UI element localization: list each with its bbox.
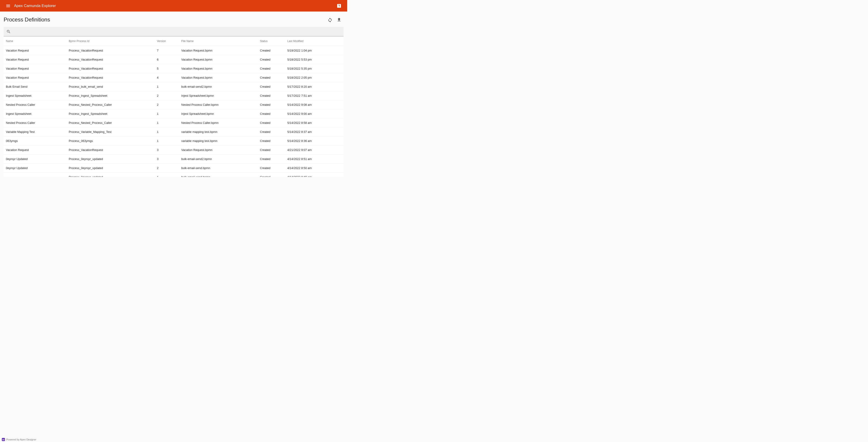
table-scroll[interactable]: Name Bpmn Process Id Version File Name S… xyxy=(4,36,344,177)
page-content: Process Definitions Name Bpmn Process Id xyxy=(0,11,347,177)
cell-status: Created xyxy=(258,55,285,64)
cell-version: 1 xyxy=(155,136,180,146)
cell-status: Created xyxy=(258,164,285,172)
cell-status: Created xyxy=(258,82,285,91)
table-row[interactable]: Ingest SpreadsheetProcess_Ingest_Spreads… xyxy=(4,91,344,100)
cell-name: Bulk Email Send xyxy=(4,82,67,91)
cell-bpmn_process_id: Process_Ingest_Spreadsheet xyxy=(67,91,155,100)
cell-status: Created xyxy=(258,118,285,127)
table-row[interactable]: Variable Mapping TestProcess_Variable_Ma… xyxy=(4,127,344,136)
upload-button[interactable] xyxy=(335,15,344,24)
cell-status: Created xyxy=(258,155,285,164)
page-title: Process Definitions xyxy=(4,17,50,23)
cell-name: Vacation Request xyxy=(4,55,67,64)
cell-bpmn_process_id: Process_VacationRequest xyxy=(67,73,155,82)
table-row[interactable]: Bulk Email SendProcess_bulk_email_send1b… xyxy=(4,82,344,91)
cell-version: 4 xyxy=(155,73,180,82)
cell-file_name: Vacation Request.bpmn xyxy=(180,73,258,82)
page-header: Process Definitions xyxy=(4,15,344,24)
cell-status: Created xyxy=(258,100,285,109)
cell-status: Created xyxy=(258,127,285,136)
table-row[interactable]: Nested Process CallerProcess_Nested_Proc… xyxy=(4,118,344,127)
cell-bpmn_process_id: Process_0eyroyr_updated xyxy=(67,164,155,172)
cell-last_modified: 5/17/2022 7:51 am xyxy=(285,91,344,100)
cell-bpmn_process_id: Process_VacationRequest xyxy=(67,55,155,64)
cell-last_modified: 4/14/2022 8:50 am xyxy=(285,164,344,172)
table-row[interactable]: Vacation RequestProcess_VacationRequest6… xyxy=(4,55,344,64)
col-header-bpmn-process-id[interactable]: Bpmn Process Id xyxy=(67,36,155,46)
cell-bpmn_process_id: Process_VacationRequest xyxy=(67,46,155,55)
cell-name xyxy=(4,172,67,177)
col-header-last-modified[interactable]: Last Modified xyxy=(285,36,344,46)
table-row[interactable]: Ingest SpreadsheetProcess_Ingest_Spreads… xyxy=(4,109,344,118)
table-row[interactable]: Process_0eyroyr_updated1bulk-email-send.… xyxy=(4,172,344,177)
col-header-version[interactable]: Version xyxy=(155,36,180,46)
cell-last_modified: 4/14/2022 8:49 am xyxy=(285,172,344,177)
search-icon xyxy=(6,29,11,34)
cell-name: 0eyroyr Updated xyxy=(4,155,67,164)
cell-status: Created xyxy=(258,46,285,55)
cell-file_name: Nested Process Caller.bpmn xyxy=(180,100,258,109)
cell-last_modified: 4/14/2022 8:51 am xyxy=(285,155,344,164)
cell-status: Created xyxy=(258,146,285,155)
cell-version: 7 xyxy=(155,46,180,55)
search-field[interactable] xyxy=(4,27,344,36)
app-title: Apex Camunda Explorer xyxy=(14,4,56,8)
table-row[interactable]: Vacation RequestProcess_VacationRequest4… xyxy=(4,73,344,82)
table-row[interactable]: 0eyroyr UpdatedProcess_0eyroyr_updated3b… xyxy=(4,155,344,164)
cell-name: Vacation Request xyxy=(4,46,67,55)
cell-file_name: variable mapping test.bpmn xyxy=(180,127,258,136)
cell-last_modified: 5/18/2022 5:53 pm xyxy=(285,55,344,64)
table-row[interactable]: Nested Process CallerProcess_Nested_Proc… xyxy=(4,100,344,109)
table-row[interactable]: Vacation RequestProcess_VacationRequest7… xyxy=(4,46,344,55)
cell-last_modified: 5/14/2022 9:00 am xyxy=(285,109,344,118)
cell-last_modified: 4/21/2022 9:07 am xyxy=(285,146,344,155)
refresh-button[interactable] xyxy=(326,15,335,24)
search-input[interactable] xyxy=(13,27,341,36)
cell-version: 2 xyxy=(155,91,180,100)
cell-status: Created xyxy=(258,91,285,100)
hamburger-icon xyxy=(6,3,11,8)
table-row[interactable]: 063ymgsProcess_063ymgs1variable mapping … xyxy=(4,136,344,146)
col-header-name[interactable]: Name xyxy=(4,36,67,46)
col-header-file-name[interactable]: File Name xyxy=(180,36,258,46)
cell-bpmn_process_id: Process_VacationRequest xyxy=(67,146,155,155)
cell-bpmn_process_id: Process_bulk_email_send xyxy=(67,82,155,91)
col-header-status[interactable]: Status xyxy=(258,36,285,46)
cell-version: 1 xyxy=(155,82,180,91)
table-header-row: Name Bpmn Process Id Version File Name S… xyxy=(4,36,344,46)
cell-name: Nested Process Caller xyxy=(4,100,67,109)
cell-file_name: Vacation Request.bpmn xyxy=(180,46,258,55)
cell-bpmn_process_id: Process_Variable_Mapping_Test xyxy=(67,127,155,136)
cell-last_modified: 5/17/2022 8:20 am xyxy=(285,82,344,91)
cell-bpmn_process_id: Process_Nested_Process_Caller xyxy=(67,100,155,109)
cell-file_name: Nested Process Caller.bpmn xyxy=(180,118,258,127)
refresh-icon xyxy=(328,17,333,22)
cell-name: 0eyroyr Updated xyxy=(4,164,67,172)
cell-name: 063ymgs xyxy=(4,136,67,146)
cell-file_name: Vacation Request.bpmn xyxy=(180,64,258,73)
cell-bpmn_process_id: Process_Nested_Process_Caller xyxy=(67,118,155,127)
cell-last_modified: 5/14/2022 9:08 am xyxy=(285,100,344,109)
help-button[interactable] xyxy=(335,1,344,10)
cell-last_modified: 5/19/2022 1:04 pm xyxy=(285,46,344,55)
cell-file_name: bulk-email-send.bpmn xyxy=(180,164,258,172)
cell-name: Variable Mapping Test xyxy=(4,127,67,136)
cell-file_name: bulk-email-send.bpmn xyxy=(180,172,258,177)
cell-file_name: Vacation Request.bpmn xyxy=(180,55,258,64)
table-row[interactable]: 0eyroyr UpdatedProcess_0eyroyr_updated2b… xyxy=(4,164,344,172)
cell-status: Created xyxy=(258,109,285,118)
table-row[interactable]: Vacation RequestProcess_VacationRequest5… xyxy=(4,64,344,73)
cell-last_modified: 5/18/2022 5:35 pm xyxy=(285,64,344,73)
cell-file_name: Injest Spreadsheet.bpmn xyxy=(180,109,258,118)
cell-last_modified: 5/14/2022 8:36 am xyxy=(285,136,344,146)
cell-last_modified: 5/18/2022 2:05 pm xyxy=(285,73,344,82)
cell-status: Created xyxy=(258,64,285,73)
cell-name: Vacation Request xyxy=(4,146,67,155)
cell-bpmn_process_id: Process_Ingest_Spreadsheet xyxy=(67,109,155,118)
app-toolbar: Apex Camunda Explorer xyxy=(0,0,347,11)
cell-bpmn_process_id: Process_VacationRequest xyxy=(67,64,155,73)
table-row[interactable]: Vacation RequestProcess_VacationRequest3… xyxy=(4,146,344,155)
menu-button[interactable] xyxy=(4,1,13,10)
cell-file_name: Injest Spreadsheet.bpmn xyxy=(180,91,258,100)
